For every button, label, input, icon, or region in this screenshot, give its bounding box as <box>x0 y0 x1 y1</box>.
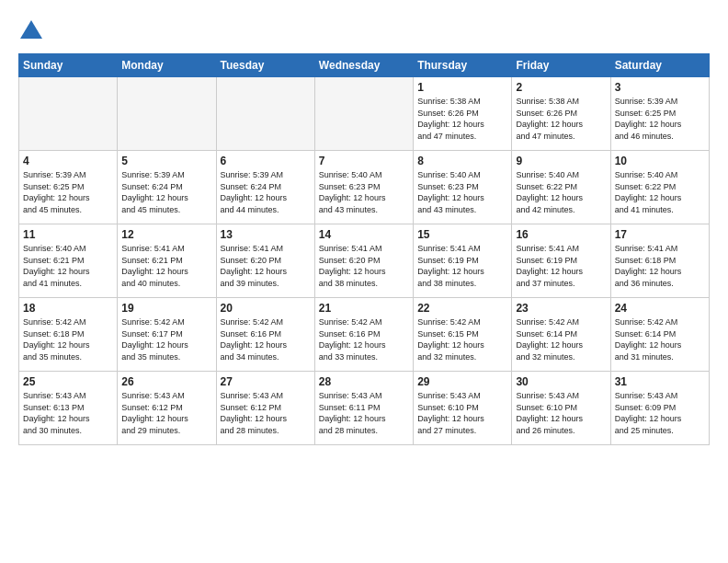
day-number: 14 <box>319 228 409 241</box>
calendar-cell: 3Sunrise: 5:39 AM Sunset: 6:25 PM Daylig… <box>610 77 709 151</box>
day-number: 26 <box>121 375 211 388</box>
cell-info: Sunrise: 5:40 AM Sunset: 6:22 PM Dayligh… <box>516 169 606 215</box>
day-number: 17 <box>615 228 705 241</box>
calendar-cell: 7Sunrise: 5:40 AM Sunset: 6:23 PM Daylig… <box>314 151 413 224</box>
calendar-cell: 28Sunrise: 5:43 AM Sunset: 6:11 PM Dayli… <box>314 372 413 445</box>
week-row-1: 1Sunrise: 5:38 AM Sunset: 6:26 PM Daylig… <box>19 77 710 151</box>
calendar-cell: 18Sunrise: 5:42 AM Sunset: 6:18 PM Dayli… <box>19 298 118 372</box>
logo-icon <box>18 18 44 44</box>
cell-info: Sunrise: 5:42 AM Sunset: 6:15 PM Dayligh… <box>417 316 507 362</box>
calendar-cell: 31Sunrise: 5:43 AM Sunset: 6:09 PM Dayli… <box>610 372 709 445</box>
cell-info: Sunrise: 5:39 AM Sunset: 6:25 PM Dayligh… <box>615 96 705 142</box>
calendar-cell: 14Sunrise: 5:41 AM Sunset: 6:20 PM Dayli… <box>314 224 413 298</box>
day-header-saturday: Saturday <box>610 54 709 77</box>
calendar-table: SundayMondayTuesdayWednesdayThursdayFrid… <box>18 53 710 445</box>
day-number: 13 <box>221 228 311 241</box>
cell-info: Sunrise: 5:42 AM Sunset: 6:16 PM Dayligh… <box>319 316 409 362</box>
cell-info: Sunrise: 5:41 AM Sunset: 6:20 PM Dayligh… <box>221 243 311 289</box>
day-number: 28 <box>319 375 409 388</box>
day-number: 8 <box>417 155 507 167</box>
day-number: 4 <box>23 155 113 167</box>
calendar-cell: 17Sunrise: 5:41 AM Sunset: 6:18 PM Dayli… <box>610 224 709 298</box>
cell-info: Sunrise: 5:42 AM Sunset: 6:14 PM Dayligh… <box>516 316 606 362</box>
calendar-cell: 22Sunrise: 5:42 AM Sunset: 6:15 PM Dayli… <box>414 298 512 372</box>
day-number: 15 <box>417 228 507 241</box>
calendar-cell: 25Sunrise: 5:43 AM Sunset: 6:13 PM Dayli… <box>19 372 118 445</box>
day-header-thursday: Thursday <box>414 54 512 77</box>
cell-info: Sunrise: 5:40 AM Sunset: 6:23 PM Dayligh… <box>319 169 409 215</box>
calendar-cell: 2Sunrise: 5:38 AM Sunset: 6:26 PM Daylig… <box>512 77 610 151</box>
day-number: 21 <box>319 302 409 315</box>
cell-info: Sunrise: 5:41 AM Sunset: 6:18 PM Dayligh… <box>615 243 705 289</box>
cell-info: Sunrise: 5:38 AM Sunset: 6:26 PM Dayligh… <box>417 96 507 142</box>
calendar-cell: 9Sunrise: 5:40 AM Sunset: 6:22 PM Daylig… <box>512 151 610 224</box>
day-number: 9 <box>516 155 606 167</box>
day-number: 29 <box>417 375 507 388</box>
day-number: 22 <box>417 302 507 315</box>
calendar-cell: 11Sunrise: 5:40 AM Sunset: 6:21 PM Dayli… <box>19 224 118 298</box>
cell-info: Sunrise: 5:42 AM Sunset: 6:18 PM Dayligh… <box>23 316 113 362</box>
calendar-cell: 12Sunrise: 5:41 AM Sunset: 6:21 PM Dayli… <box>118 224 216 298</box>
cell-info: Sunrise: 5:39 AM Sunset: 6:24 PM Dayligh… <box>121 169 211 215</box>
day-number: 11 <box>23 228 113 241</box>
cell-info: Sunrise: 5:42 AM Sunset: 6:16 PM Dayligh… <box>221 316 311 362</box>
svg-marker-0 <box>20 20 42 39</box>
week-row-5: 25Sunrise: 5:43 AM Sunset: 6:13 PM Dayli… <box>19 372 710 445</box>
cell-info: Sunrise: 5:42 AM Sunset: 6:17 PM Dayligh… <box>121 316 211 362</box>
cell-info: Sunrise: 5:43 AM Sunset: 6:10 PM Dayligh… <box>417 390 507 436</box>
cell-info: Sunrise: 5:41 AM Sunset: 6:19 PM Dayligh… <box>516 243 606 289</box>
day-number: 30 <box>516 375 606 388</box>
logo <box>18 18 48 44</box>
calendar-cell: 10Sunrise: 5:40 AM Sunset: 6:22 PM Dayli… <box>610 151 709 224</box>
day-number: 7 <box>319 155 409 167</box>
day-number: 27 <box>221 375 311 388</box>
cell-info: Sunrise: 5:38 AM Sunset: 6:26 PM Dayligh… <box>516 96 606 142</box>
day-number: 31 <box>615 375 705 388</box>
week-row-2: 4Sunrise: 5:39 AM Sunset: 6:25 PM Daylig… <box>19 151 710 224</box>
cell-info: Sunrise: 5:40 AM Sunset: 6:23 PM Dayligh… <box>417 169 507 215</box>
day-number: 19 <box>121 302 211 315</box>
day-number: 12 <box>121 228 211 241</box>
calendar-cell: 30Sunrise: 5:43 AM Sunset: 6:10 PM Dayli… <box>512 372 610 445</box>
day-number: 23 <box>516 302 606 315</box>
cell-info: Sunrise: 5:43 AM Sunset: 6:09 PM Dayligh… <box>615 390 705 436</box>
cell-info: Sunrise: 5:39 AM Sunset: 6:25 PM Dayligh… <box>23 169 113 215</box>
calendar-cell: 8Sunrise: 5:40 AM Sunset: 6:23 PM Daylig… <box>414 151 512 224</box>
week-row-3: 11Sunrise: 5:40 AM Sunset: 6:21 PM Dayli… <box>19 224 710 298</box>
calendar-cell: 29Sunrise: 5:43 AM Sunset: 6:10 PM Dayli… <box>414 372 512 445</box>
day-number: 24 <box>615 302 705 315</box>
calendar-cell: 6Sunrise: 5:39 AM Sunset: 6:24 PM Daylig… <box>216 151 314 224</box>
calendar-cell: 23Sunrise: 5:42 AM Sunset: 6:14 PM Dayli… <box>512 298 610 372</box>
day-number: 25 <box>23 375 113 388</box>
calendar-cell <box>216 77 314 151</box>
day-number: 16 <box>516 228 606 241</box>
cell-info: Sunrise: 5:42 AM Sunset: 6:14 PM Dayligh… <box>615 316 705 362</box>
page-header <box>18 18 710 44</box>
calendar-cell: 21Sunrise: 5:42 AM Sunset: 6:16 PM Dayli… <box>314 298 413 372</box>
cell-info: Sunrise: 5:43 AM Sunset: 6:12 PM Dayligh… <box>121 390 211 436</box>
cell-info: Sunrise: 5:43 AM Sunset: 6:11 PM Dayligh… <box>319 390 409 436</box>
cell-info: Sunrise: 5:43 AM Sunset: 6:13 PM Dayligh… <box>23 390 113 436</box>
day-number: 10 <box>615 155 705 167</box>
day-header-wednesday: Wednesday <box>314 54 413 77</box>
calendar-cell <box>118 77 216 151</box>
calendar-cell: 4Sunrise: 5:39 AM Sunset: 6:25 PM Daylig… <box>19 151 118 224</box>
day-number: 1 <box>417 81 507 94</box>
day-number: 2 <box>516 81 606 94</box>
cell-info: Sunrise: 5:39 AM Sunset: 6:24 PM Dayligh… <box>221 169 311 215</box>
day-header-friday: Friday <box>512 54 610 77</box>
day-header-sunday: Sunday <box>19 54 118 77</box>
week-row-4: 18Sunrise: 5:42 AM Sunset: 6:18 PM Dayli… <box>19 298 710 372</box>
calendar-cell: 15Sunrise: 5:41 AM Sunset: 6:19 PM Dayli… <box>414 224 512 298</box>
calendar-cell: 27Sunrise: 5:43 AM Sunset: 6:12 PM Dayli… <box>216 372 314 445</box>
calendar-cell: 5Sunrise: 5:39 AM Sunset: 6:24 PM Daylig… <box>118 151 216 224</box>
day-number: 6 <box>221 155 311 167</box>
cell-info: Sunrise: 5:41 AM Sunset: 6:21 PM Dayligh… <box>121 243 211 289</box>
cell-info: Sunrise: 5:43 AM Sunset: 6:10 PM Dayligh… <box>516 390 606 436</box>
cell-info: Sunrise: 5:41 AM Sunset: 6:20 PM Dayligh… <box>319 243 409 289</box>
cell-info: Sunrise: 5:40 AM Sunset: 6:21 PM Dayligh… <box>23 243 113 289</box>
calendar-cell: 13Sunrise: 5:41 AM Sunset: 6:20 PM Dayli… <box>216 224 314 298</box>
cell-info: Sunrise: 5:40 AM Sunset: 6:22 PM Dayligh… <box>615 169 705 215</box>
day-number: 3 <box>615 81 705 94</box>
calendar-cell: 20Sunrise: 5:42 AM Sunset: 6:16 PM Dayli… <box>216 298 314 372</box>
